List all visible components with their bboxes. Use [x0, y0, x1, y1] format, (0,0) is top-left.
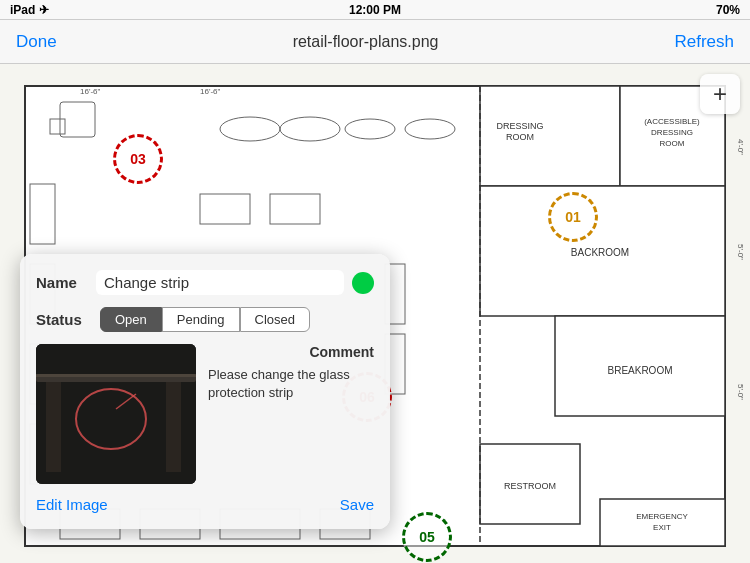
marker-05[interactable]: 05	[402, 512, 452, 562]
main-content: DRESSING ROOM (ACCESSIBLE) DRESSING ROOM…	[0, 64, 750, 563]
svg-text:DRESSING: DRESSING	[496, 121, 543, 131]
status-bar-left: iPad ✈	[10, 3, 49, 17]
svg-rect-45	[36, 374, 196, 377]
annotation-image[interactable]	[36, 344, 196, 484]
svg-text:ROOM: ROOM	[660, 139, 685, 148]
marker-05-label: 05	[419, 529, 435, 545]
marker-03[interactable]: 03	[113, 134, 163, 184]
marker-03-label: 03	[130, 151, 146, 167]
svg-rect-44	[166, 382, 181, 472]
comment-text: Please change the glass protection strip	[208, 366, 374, 402]
popup-content: Comment Please change the glass protecti…	[36, 344, 374, 484]
name-label: Name	[36, 274, 96, 291]
save-button[interactable]: Save	[340, 496, 374, 513]
file-title: retail-floor-plans.png	[293, 33, 439, 51]
comment-label: Comment	[208, 344, 374, 360]
tab-open[interactable]: Open	[100, 307, 162, 332]
status-bar-battery: 70%	[716, 3, 740, 17]
svg-text:5'-0": 5'-0"	[736, 244, 745, 260]
tab-pending[interactable]: Pending	[162, 307, 240, 332]
svg-text:5'-0": 5'-0"	[736, 384, 745, 400]
name-row: Name	[36, 270, 374, 295]
edit-image-button[interactable]: Edit Image	[36, 496, 108, 513]
toolbar: Done retail-floor-plans.png Refresh	[0, 20, 750, 64]
status-bar-time: 12:00 PM	[349, 3, 401, 17]
popup-footer: Edit Image Save	[36, 496, 374, 513]
plus-button[interactable]: +	[700, 74, 740, 114]
ipad-label: iPad ✈	[10, 3, 49, 17]
status-bar: iPad ✈ 12:00 PM 70%	[0, 0, 750, 20]
svg-rect-43	[46, 382, 61, 472]
status-row: Status Open Pending Closed	[36, 307, 374, 332]
tab-closed[interactable]: Closed	[240, 307, 310, 332]
done-button[interactable]: Done	[16, 32, 57, 52]
svg-text:(ACCESSIBLE): (ACCESSIBLE)	[644, 117, 700, 126]
refresh-button[interactable]: Refresh	[674, 32, 734, 52]
marker-01-label: 01	[565, 209, 581, 225]
name-input[interactable]	[96, 270, 344, 295]
svg-text:16'-6": 16'-6"	[200, 87, 221, 96]
svg-text:EXIT: EXIT	[653, 523, 671, 532]
svg-text:ROOM: ROOM	[506, 132, 534, 142]
svg-text:RESTROOM: RESTROOM	[504, 481, 556, 491]
svg-text:BACKROOM: BACKROOM	[571, 247, 629, 258]
status-label: Status	[36, 311, 96, 328]
svg-text:16'-6": 16'-6"	[80, 87, 101, 96]
status-indicator	[352, 272, 374, 294]
status-tabs: Open Pending Closed	[100, 307, 310, 332]
svg-text:4'-0": 4'-0"	[736, 139, 745, 155]
annotation-popup: Name Status Open Pending Closed	[20, 254, 390, 529]
svg-text:EMERGENCY: EMERGENCY	[636, 512, 688, 521]
marker-01[interactable]: 01	[548, 192, 598, 242]
svg-text:BREAKROOM: BREAKROOM	[607, 365, 672, 376]
image-preview	[36, 344, 196, 484]
svg-text:DRESSING: DRESSING	[651, 128, 693, 137]
svg-rect-1	[480, 86, 620, 186]
comment-area: Comment Please change the glass protecti…	[208, 344, 374, 484]
